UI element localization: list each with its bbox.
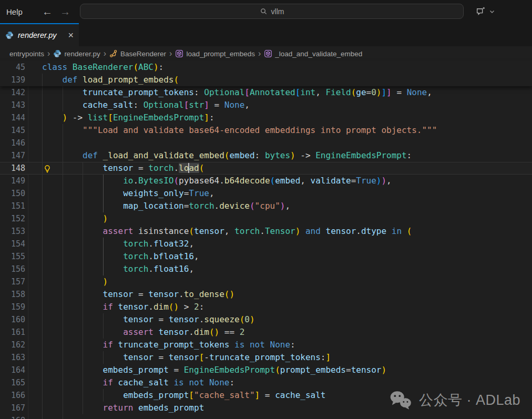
line-number[interactable]: 143: [0, 99, 25, 111]
sticky-scroll: 45class BaseRenderer(ABC):139 def load_p…: [0, 61, 532, 86]
line-number[interactable]: 151: [0, 200, 25, 212]
code-line-160[interactable]: 160 tensor = tensor.squeeze(0): [0, 313, 532, 326]
code-text: cache_salt: Optional[str] = None,: [42, 99, 250, 111]
code-line-139[interactable]: 139 def load_prompt_embeds(: [0, 74, 532, 86]
breadcrumb-label: renderer.py: [64, 50, 100, 58]
line-number[interactable]: 155: [0, 250, 25, 263]
breadcrumb-item-renderer-py[interactable]: renderer.py: [53, 49, 100, 58]
navigation-arrows: ← →: [42, 6, 70, 17]
back-arrow-icon[interactable]: ←: [42, 6, 53, 17]
code-area[interactable]: 142 truncate_prompt_tokens: Optional[Ann…: [0, 86, 532, 419]
chevron-right-icon: ›: [169, 49, 172, 58]
line-number[interactable]: 167: [0, 402, 25, 414]
code-line-45[interactable]: 45class BaseRenderer(ABC):: [0, 61, 532, 74]
code-text: ): [42, 212, 108, 225]
code-text: torch.bfloat16,: [42, 250, 199, 263]
line-number[interactable]: 161: [0, 326, 25, 339]
method-icon: [175, 49, 183, 58]
code-text: assert isinstance(tensor, torch.Tensor) …: [42, 225, 412, 238]
line-number[interactable]: 150: [0, 187, 25, 200]
code-line-154[interactable]: 154 torch.float32,: [0, 238, 532, 250]
code-text: class BaseRenderer(ABC):: [42, 61, 163, 74]
breadcrumb-item-load-prompt-embeds[interactable]: load_prompt_embeds: [175, 49, 255, 58]
line-number[interactable]: 162: [0, 339, 25, 351]
line-number[interactable]: 139: [0, 74, 25, 86]
line-number[interactable]: 45: [0, 61, 25, 74]
line-number[interactable]: 165: [0, 376, 25, 389]
code-line-155[interactable]: 155 torch.bfloat16,: [0, 250, 532, 263]
chevron-down-icon[interactable]: [489, 8, 495, 15]
watermark: 公众号 · ADLab: [388, 390, 520, 411]
code-line-163[interactable]: 163 tensor = tensor[-truncate_prompt_tok…: [0, 351, 532, 364]
code-text: map_location=torch.device("cpu"),: [42, 200, 290, 212]
code-text: """Load and validate base64-encoded embe…: [42, 124, 437, 137]
breadcrumb-item-baserenderer[interactable]: BaseRenderer: [109, 49, 166, 58]
code-text: embeds_prompt = EngineEmbedsPrompt(promp…: [42, 364, 386, 376]
tab-bar: renderer.py ×: [0, 23, 532, 46]
menu-item-help[interactable]: Help: [0, 7, 29, 16]
line-number[interactable]: 142: [0, 86, 25, 99]
code-line-151[interactable]: 151 map_location=torch.device("cpu"),: [0, 200, 532, 212]
code-line-150[interactable]: 150 weights_only=True,: [0, 187, 532, 200]
breadcrumb-item-entrypoints[interactable]: entrypoints: [9, 50, 44, 58]
code-text: assert tensor.dim() == 2: [42, 326, 244, 339]
breadcrumb-label: _load_and_validate_embed: [275, 50, 362, 58]
line-number[interactable]: 146: [0, 137, 25, 149]
line-number[interactable]: 158: [0, 288, 25, 301]
line-number[interactable]: 168: [0, 414, 25, 419]
line-number[interactable]: 166: [0, 389, 25, 402]
watermark-text: 公众号 · ADLab: [419, 391, 520, 410]
tab-renderer-py[interactable]: renderer.py ×: [0, 23, 79, 46]
code-line-147[interactable]: 147 def _load_and_validate_embed(embed: …: [0, 149, 532, 162]
line-number[interactable]: 145: [0, 124, 25, 137]
line-number[interactable]: 154: [0, 238, 25, 250]
line-number[interactable]: 164: [0, 364, 25, 376]
close-icon[interactable]: ×: [68, 30, 74, 40]
code-line-153[interactable]: 153 assert isinstance(tensor, torch.Tens…: [0, 225, 532, 238]
breadcrumb-label: BaseRenderer: [120, 50, 166, 58]
code-line-157[interactable]: 157 ): [0, 275, 532, 288]
code-text: torch.float32,: [42, 238, 194, 250]
code-line-148[interactable]: 148 tensor = torch.load(: [0, 162, 532, 175]
code-line-152[interactable]: 152 ): [0, 212, 532, 225]
code-text: truncate_prompt_tokens: Optional[Annotat…: [42, 86, 432, 99]
code-line-144[interactable]: 144 ) -> list[EngineEmbedsPrompt]:: [0, 111, 532, 124]
code-line-156[interactable]: 156 torch.float16,: [0, 263, 532, 275]
line-number[interactable]: 153: [0, 225, 25, 238]
line-number[interactable]: 149: [0, 175, 25, 187]
breadcrumb-item--load-and-validate-embed[interactable]: _load_and_validate_embed: [264, 49, 362, 58]
code-line-159[interactable]: 159 if tensor.dim() > 2:: [0, 301, 532, 313]
line-number[interactable]: 144: [0, 111, 25, 124]
code-line-142[interactable]: 142 truncate_prompt_tokens: Optional[Ann…: [0, 86, 532, 99]
line-number[interactable]: 152: [0, 212, 25, 225]
code-line-165[interactable]: 165 if cache_salt is not None:: [0, 376, 532, 389]
code-text: tensor = torch.load(: [42, 162, 204, 175]
forward-arrow-icon[interactable]: →: [60, 6, 70, 17]
line-number[interactable]: 159: [0, 301, 25, 313]
code-text: if cache_salt is not None:: [42, 376, 234, 389]
code-text: weights_only=True,: [42, 187, 214, 200]
code-text: tensor = tensor.squeeze(0): [42, 313, 255, 326]
code-line-162[interactable]: 162 if truncate_prompt_tokens is not Non…: [0, 339, 532, 351]
code-line-143[interactable]: 143 cache_salt: Optional[str] = None,: [0, 99, 532, 111]
copilot-chat-icon[interactable]: [475, 6, 486, 17]
search-query-text: vllm: [271, 7, 284, 16]
line-number[interactable]: 147: [0, 149, 25, 162]
line-number[interactable]: 148: [0, 162, 25, 175]
code-line-149[interactable]: 149 io.BytesIO(pybase64.b64decode(embed,…: [0, 175, 532, 187]
code-line-146[interactable]: 146: [0, 137, 532, 149]
line-number[interactable]: 160: [0, 313, 25, 326]
line-number[interactable]: 157: [0, 275, 25, 288]
code-line-145[interactable]: 145 """Load and validate base64-encoded …: [0, 124, 532, 137]
code-line-168[interactable]: 168: [0, 414, 532, 419]
indent-guide: [63, 137, 63, 149]
code-line-161[interactable]: 161 assert tensor.dim() == 2: [0, 326, 532, 339]
code-line-158[interactable]: 158 tensor = tensor.to_dense(): [0, 288, 532, 301]
line-number[interactable]: 156: [0, 263, 25, 275]
command-center-search[interactable]: vllm: [80, 4, 464, 19]
code-line-164[interactable]: 164 embeds_prompt = EngineEmbedsPrompt(p…: [0, 364, 532, 376]
python-icon: [53, 49, 62, 58]
breadcrumb-label: entrypoints: [9, 50, 44, 58]
tab-label: renderer.py: [18, 31, 57, 39]
line-number[interactable]: 163: [0, 351, 25, 364]
